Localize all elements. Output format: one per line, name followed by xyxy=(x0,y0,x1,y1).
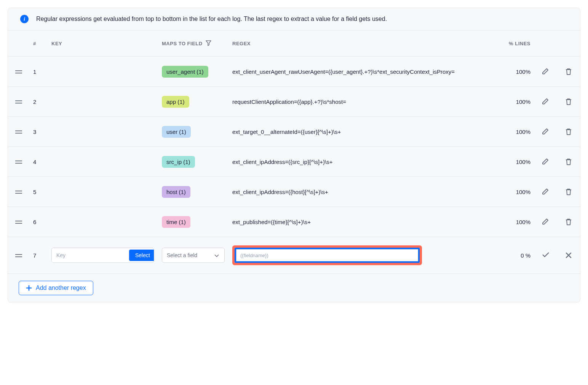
field-chip: src_ip (1) xyxy=(162,156,195,168)
edit-button[interactable] xyxy=(539,185,552,198)
edit-button[interactable] xyxy=(539,125,552,138)
table-row: 1user_agent (1)ext_client_userAgent_rawU… xyxy=(8,57,580,87)
drag-icon xyxy=(15,160,22,164)
regex-panel: i Regular expressions get evaluated from… xyxy=(8,8,580,302)
regex-value: ext_target_0__alternateId=({user}[^\s]+)… xyxy=(228,117,500,147)
key-input[interactable] xyxy=(52,248,128,262)
filter-icon xyxy=(206,40,211,46)
regex-value: ext_client_userAgent_rawUserAgent=({user… xyxy=(228,57,500,87)
drag-handle[interactable] xyxy=(15,254,22,258)
pencil-icon xyxy=(542,67,550,76)
table-row: 3user (1)ext_target_0__alternateId=({use… xyxy=(8,117,580,147)
percent-lines: 100% xyxy=(500,207,534,237)
close-icon xyxy=(564,251,573,259)
drag-icon xyxy=(15,130,22,134)
cancel-button[interactable] xyxy=(562,249,575,262)
regex-value: requestClientApplication=({app}.+?)\s*sh… xyxy=(228,87,500,117)
add-regex-label: Add another regex xyxy=(36,285,86,291)
percent-lines: 0 % xyxy=(500,237,534,274)
drag-handle[interactable] xyxy=(15,220,22,224)
percent-lines: 100% xyxy=(500,57,534,87)
drag-icon xyxy=(15,254,22,258)
info-text: Regular expressions get evaluated from t… xyxy=(36,16,387,22)
field-chip: app (1) xyxy=(162,96,189,108)
row-number: 1 xyxy=(29,57,48,87)
trash-icon xyxy=(564,97,573,106)
field-select[interactable]: Select a field xyxy=(162,248,225,263)
table-row-edit: 7 Select Select a field 0 % xyxy=(8,237,580,274)
trash-icon xyxy=(564,218,573,226)
info-icon: i xyxy=(20,15,29,23)
field-chip: user (1) xyxy=(162,126,191,138)
col-header-regex: REGEX xyxy=(228,30,500,57)
drag-handle[interactable] xyxy=(15,100,22,104)
edit-button[interactable] xyxy=(539,215,552,228)
row-number: 4 xyxy=(29,147,48,177)
pencil-icon xyxy=(542,188,550,196)
pencil-icon xyxy=(542,127,550,136)
drag-icon xyxy=(15,190,22,194)
table-footer: Add another regex xyxy=(8,274,580,302)
row-number: 3 xyxy=(29,117,48,147)
trash-icon xyxy=(564,158,573,166)
regex-input-highlight xyxy=(232,245,422,265)
edit-button[interactable] xyxy=(539,95,552,108)
pencil-icon xyxy=(542,218,550,226)
check-icon xyxy=(542,251,550,259)
percent-lines: 100% xyxy=(500,177,534,207)
col-header-num: # xyxy=(29,30,48,57)
row-number: 2 xyxy=(29,87,48,117)
drag-handle[interactable] xyxy=(15,70,22,74)
regex-table: # KEY MAPS TO FIELD REGEX % LINES 1user_… xyxy=(8,30,580,274)
pencil-icon xyxy=(542,158,550,166)
table-row: 5host (1)ext_client_ipAddress=({host}[^\… xyxy=(8,177,580,207)
confirm-button[interactable] xyxy=(539,249,552,262)
info-banner: i Regular expressions get evaluated from… xyxy=(8,8,580,30)
delete-button[interactable] xyxy=(562,185,575,198)
row-number: 5 xyxy=(29,177,48,207)
drag-handle[interactable] xyxy=(15,190,22,194)
trash-icon xyxy=(564,188,573,196)
col-header-field[interactable]: MAPS TO FIELD xyxy=(158,30,228,57)
plus-icon xyxy=(26,285,32,291)
regex-value: ext_published=({time}[^\s]+)\s+ xyxy=(228,207,500,237)
drag-icon xyxy=(15,100,22,104)
table-row: 6time (1)ext_published=({time}[^\s]+)\s+… xyxy=(8,207,580,237)
col-header-field-label: MAPS TO FIELD xyxy=(162,41,203,46)
percent-lines: 100% xyxy=(500,117,534,147)
row-number: 7 xyxy=(29,237,48,274)
drag-handle[interactable] xyxy=(15,130,22,134)
delete-button[interactable] xyxy=(562,95,575,108)
edit-button[interactable] xyxy=(539,155,552,168)
field-chip: host (1) xyxy=(162,186,190,198)
drag-icon xyxy=(15,70,22,74)
drag-icon xyxy=(15,220,22,224)
pencil-icon xyxy=(542,97,550,106)
table-row: 4src_ip (1)ext_client_ipAddress=({src_ip… xyxy=(8,147,580,177)
delete-button[interactable] xyxy=(562,65,575,78)
field-chip: time (1) xyxy=(162,216,190,228)
trash-icon xyxy=(564,127,573,136)
key-input-group: Select xyxy=(51,248,154,263)
field-select-placeholder: Select a field xyxy=(167,252,197,258)
percent-lines: 100% xyxy=(500,147,534,177)
delete-button[interactable] xyxy=(562,155,575,168)
percent-lines: 100% xyxy=(500,87,534,117)
regex-input[interactable] xyxy=(236,249,418,261)
drag-handle[interactable] xyxy=(15,160,22,164)
row-number: 6 xyxy=(29,207,48,237)
field-chip: user_agent (1) xyxy=(162,66,208,78)
col-header-key: KEY xyxy=(48,30,158,57)
chevron-down-icon xyxy=(214,252,220,258)
regex-value: ext_client_ipAddress=({src_ip}[^\s]+)\s+ xyxy=(228,147,500,177)
edit-button[interactable] xyxy=(539,65,552,78)
add-regex-button[interactable]: Add another regex xyxy=(19,281,93,295)
key-select-button[interactable]: Select xyxy=(129,250,154,261)
table-row: 2app (1)requestClientApplication=({app}.… xyxy=(8,87,580,117)
col-header-pct: % LINES xyxy=(500,30,534,57)
trash-icon xyxy=(564,67,573,76)
delete-button[interactable] xyxy=(562,125,575,138)
delete-button[interactable] xyxy=(562,215,575,228)
regex-value: ext_client_ipAddress=({host}[^\s]+)\s+ xyxy=(228,177,500,207)
